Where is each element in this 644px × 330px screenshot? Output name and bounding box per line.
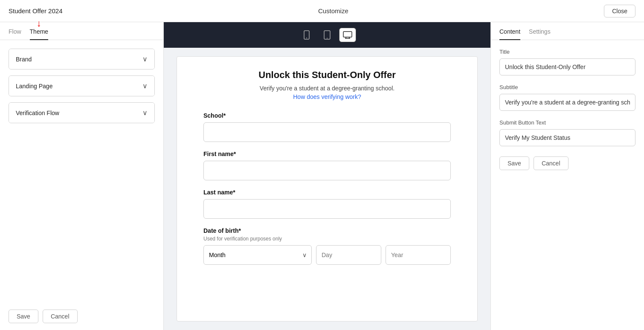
subtitle-field-label: Subtitle — [499, 84, 635, 90]
right-save-button[interactable]: Save — [499, 156, 529, 170]
form-link[interactable]: How does verifying work? — [203, 93, 451, 100]
submit-input[interactable] — [499, 129, 635, 146]
title-field-label: Title — [499, 49, 635, 55]
tablet-device-button[interactable] — [319, 28, 336, 42]
right-cancel-button[interactable]: Cancel — [534, 156, 569, 170]
school-label: School* — [203, 112, 451, 119]
arrow-down-icon: ↓ — [37, 19, 41, 28]
left-save-button[interactable]: Save — [9, 310, 38, 323]
form-container: Unlock this Student-Only Offer Verify yo… — [203, 69, 451, 273]
left-content: Brand ∨ Landing Page ∨ Verification Flow… — [0, 40, 163, 303]
lastname-input[interactable] — [203, 199, 451, 219]
preview-area: Unlock this Student-Only Offer Verify yo… — [177, 56, 478, 321]
firstname-input[interactable] — [203, 161, 451, 180]
topbar: Student Offer 2024 Customize Close — [0, 0, 644, 22]
accordion-brand: Brand ∨ — [9, 49, 155, 69]
left-actions: Save Cancel — [0, 303, 163, 330]
firstname-label: First name* — [203, 151, 451, 157]
day-input[interactable] — [316, 245, 381, 265]
svg-point-3 — [327, 38, 328, 39]
accordion-verification-flow: Verification Flow ∨ — [9, 102, 155, 123]
close-button[interactable]: Close — [604, 5, 635, 17]
dob-field: Date of birth* Used for verification pur… — [203, 227, 451, 265]
dob-row: Month JanuaryFebruaryMarch AprilMayJune … — [203, 245, 451, 265]
accordion-verification-label: Verification Flow — [16, 110, 59, 116]
school-field: School* — [203, 112, 451, 142]
svg-point-1 — [306, 38, 307, 38]
month-select-wrap: Month JanuaryFebruaryMarch AprilMayJune … — [203, 245, 312, 265]
school-input[interactable] — [203, 122, 451, 142]
left-tabs: Flow ↓ Theme — [0, 22, 163, 40]
chevron-down-icon: ∨ — [142, 82, 148, 90]
firstname-field: First name* — [203, 151, 451, 180]
year-input[interactable] — [386, 245, 451, 265]
desktop-device-button[interactable] — [339, 28, 356, 42]
right-actions: Save Cancel — [499, 155, 635, 172]
month-select[interactable]: Month JanuaryFebruaryMarch AprilMayJune … — [203, 245, 312, 265]
accordion-brand-label: Brand — [16, 56, 32, 63]
submit-field-label: Submit Button Text — [499, 119, 635, 126]
submit-field-group: Submit Button Text — [499, 119, 635, 146]
form-subtitle: Verify you're a student at a degree-gran… — [203, 85, 451, 92]
form-title: Unlock this Student-Only Offer — [203, 69, 451, 81]
subtitle-field-group: Subtitle — [499, 84, 635, 111]
title-input[interactable] — [499, 58, 635, 75]
tab-flow[interactable]: Flow — [9, 22, 21, 40]
dob-label: Date of birth* — [203, 227, 451, 234]
accordion-landing-label: Landing Page — [16, 83, 52, 90]
svg-rect-4 — [343, 32, 352, 37]
title-field-group: Title — [499, 49, 635, 75]
device-toolbar — [164, 22, 490, 48]
mobile-device-button[interactable] — [298, 28, 315, 42]
lastname-label: Last name* — [203, 189, 451, 196]
right-content: Title Subtitle Submit Button Text Save C… — [491, 40, 644, 330]
main-layout: Flow ↓ Theme Brand ∨ Landing Page ∨ — [0, 22, 644, 330]
chevron-down-icon: ∨ — [142, 109, 148, 117]
tab-settings[interactable]: Settings — [529, 22, 551, 40]
subtitle-input[interactable] — [499, 94, 635, 111]
tab-theme[interactable]: ↓ Theme — [30, 22, 49, 40]
accordion-landing-page: Landing Page ∨ — [9, 75, 155, 96]
app-title: Student Offer 2024 — [9, 7, 62, 14]
accordion-verification-header[interactable]: Verification Flow ∨ — [9, 103, 154, 123]
topbar-center-label: Customize — [318, 7, 348, 14]
left-cancel-button[interactable]: Cancel — [43, 310, 78, 323]
dob-sublabel: Used for verification purposes only — [203, 236, 451, 242]
center-panel: Unlock this Student-Only Offer Verify yo… — [164, 22, 490, 330]
right-panel: Content Settings Title Subtitle Submit B… — [490, 22, 644, 330]
lastname-field: Last name* — [203, 189, 451, 219]
accordion-landing-page-header[interactable]: Landing Page ∨ — [9, 76, 154, 96]
left-panel: Flow ↓ Theme Brand ∨ Landing Page ∨ — [0, 22, 164, 330]
tab-content[interactable]: Content — [499, 22, 520, 40]
chevron-down-icon: ∨ — [142, 55, 148, 63]
accordion-brand-header[interactable]: Brand ∨ — [9, 49, 154, 69]
right-tabs: Content Settings — [491, 22, 644, 40]
